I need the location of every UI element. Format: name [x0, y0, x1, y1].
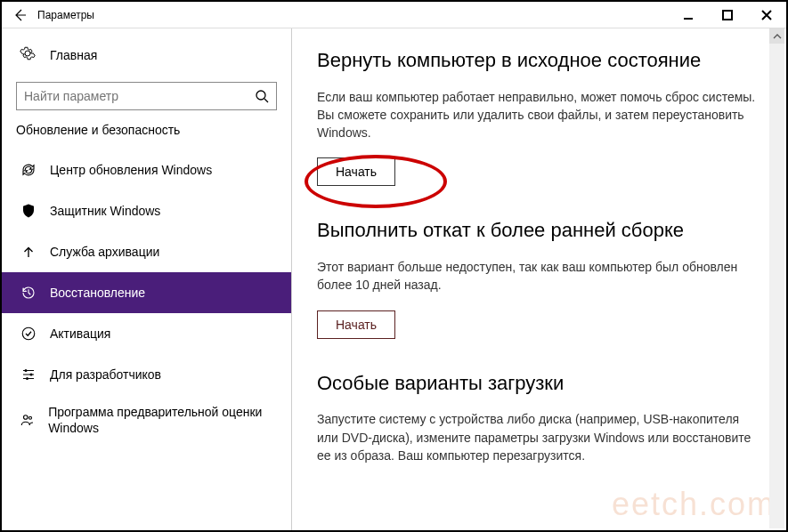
sidebar-item-label: Восстановление: [50, 286, 145, 300]
svg-point-6: [26, 377, 28, 380]
svg-point-5: [30, 374, 33, 376]
sidebar-item-label: Защитник Windows: [50, 204, 160, 218]
search-input[interactable]: [24, 89, 255, 103]
gear-icon: [20, 45, 37, 65]
arrow-up-icon: [20, 244, 37, 260]
close-button[interactable]: [747, 2, 786, 28]
sidebar-item-recovery[interactable]: Восстановление: [2, 272, 291, 313]
svg-rect-0: [684, 18, 693, 20]
section-desc: Этот вариант больше недоступен, так как …: [317, 258, 761, 294]
scroll-up-button[interactable]: [769, 28, 784, 44]
sidebar-item-label: Активация: [50, 326, 110, 341]
sidebar-item-label: Служба архивации: [50, 245, 159, 259]
section-rollback: Выполнить откат к более ранней сборке Эт…: [317, 218, 761, 338]
rollback-start-button[interactable]: Начать: [317, 310, 395, 339]
svg-point-7: [24, 415, 28, 420]
minimize-icon: [682, 9, 695, 21]
shield-icon: [20, 203, 37, 219]
chevron-up-icon: [773, 32, 782, 41]
sidebar-item-defender[interactable]: Защитник Windows: [2, 190, 291, 231]
sidebar-item-update[interactable]: Центр обновления Windows: [2, 149, 291, 190]
window-title: Параметры: [37, 9, 669, 21]
section-title: Выполнить откат к более ранней сборке: [317, 218, 761, 244]
section-title: Особые варианты загрузки: [317, 371, 761, 397]
svg-point-3: [22, 327, 35, 340]
arrow-left-icon: [12, 8, 27, 22]
section-desc: Если ваш компьютер работает неправильно,…: [317, 88, 761, 142]
sidebar-item-activation[interactable]: Активация: [2, 313, 291, 354]
maximize-button[interactable]: [708, 2, 747, 28]
watermark: eetch.com: [612, 486, 776, 523]
back-button[interactable]: [9, 4, 30, 26]
titlebar: Параметры: [2, 2, 786, 28]
vertical-scrollbar[interactable]: [769, 28, 784, 528]
content-pane: Вернуть компьютер в исходное состояние Е…: [292, 28, 786, 530]
section-boot: Особые варианты загрузки Запустите систе…: [317, 371, 761, 464]
sidebar-item-insider[interactable]: Программа предварительной оценки Windows: [2, 395, 291, 445]
home-label: Главная: [50, 48, 97, 62]
section-title: Вернуть компьютер в исходное состояние: [317, 48, 761, 74]
home-link[interactable]: Главная: [2, 37, 291, 73]
sync-icon: [20, 162, 37, 178]
history-icon: [20, 285, 37, 301]
category-heading: Обновление и безопасность: [2, 123, 291, 149]
minimize-button[interactable]: [669, 2, 708, 28]
section-desc: Запустите систему с устройства либо диск…: [317, 410, 761, 464]
maximize-icon: [721, 9, 734, 21]
sidebar-item-label: Центр обновления Windows: [50, 163, 212, 177]
svg-point-2: [256, 91, 265, 100]
search-box[interactable]: [16, 82, 277, 110]
close-icon: [760, 9, 773, 21]
sidebar-item-developers[interactable]: Для разработчиков: [2, 354, 291, 395]
sidebar: Главная Обновление и безопасность Центр …: [2, 28, 292, 530]
section-reset: Вернуть компьютер в исходное состояние Е…: [317, 48, 761, 186]
sidebar-item-backup[interactable]: Служба архивации: [2, 231, 291, 272]
people-icon: [20, 412, 36, 428]
sliders-icon: [20, 367, 37, 383]
svg-rect-1: [723, 11, 732, 20]
sidebar-item-label: Для разработчиков: [50, 367, 161, 382]
check-circle-icon: [20, 326, 37, 342]
svg-point-4: [25, 369, 28, 372]
reset-start-button[interactable]: Начать: [317, 157, 395, 186]
sidebar-item-label: Программа предварительной оценки Windows: [48, 404, 291, 436]
search-icon: [255, 89, 269, 103]
